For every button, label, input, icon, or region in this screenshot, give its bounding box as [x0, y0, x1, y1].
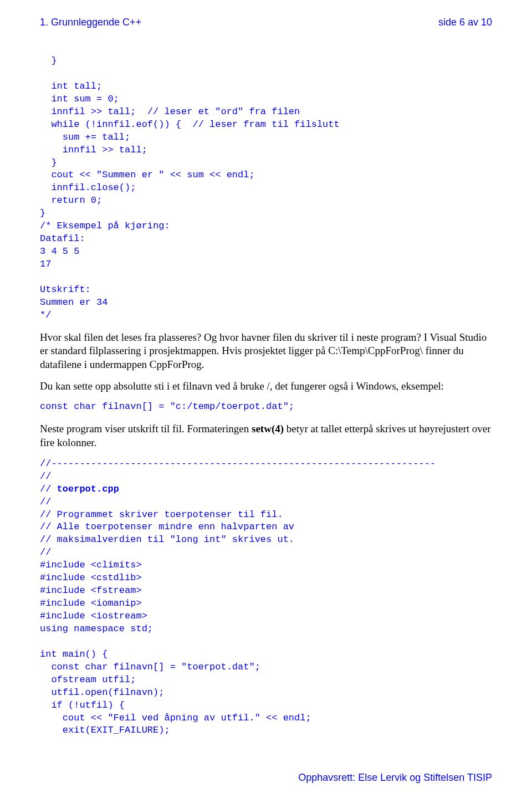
code-block-1: } int tall; int sum = 0; innfil >> tall;… [40, 55, 492, 322]
paragraph-3: Neste program viser utskrift til fil. Fo… [40, 422, 492, 449]
paragraph-3-a: Neste program viser utskrift til fil. Fo… [40, 423, 252, 434]
page-header: 1. Grunnleggende C++ side 6 av 10 [40, 17, 492, 28]
paragraph-3-bold: setw(4) [252, 423, 284, 434]
page: 1. Grunnleggende C++ side 6 av 10 } int … [0, 0, 532, 798]
paragraph-2: Du kan sette opp absolutte sti i et filn… [40, 380, 492, 393]
code-block-3-bold: toerpot.cpp [57, 484, 119, 494]
paragraph-1: Hvor skal filen det leses fra plasseres?… [40, 331, 492, 372]
header-left: 1. Grunnleggende C++ [40, 17, 141, 28]
code-block-3b: // // Programmet skriver toerpotenser ti… [40, 497, 311, 736]
code-block-2: const char filnavn[] = "c:/temp/toerpot.… [40, 401, 492, 413]
header-right: side 6 av 10 [438, 17, 492, 28]
page-footer: Opphavsrett: Else Lervik og Stiftelsen T… [298, 772, 492, 784]
code-block-3: //--------------------------------------… [40, 458, 492, 738]
